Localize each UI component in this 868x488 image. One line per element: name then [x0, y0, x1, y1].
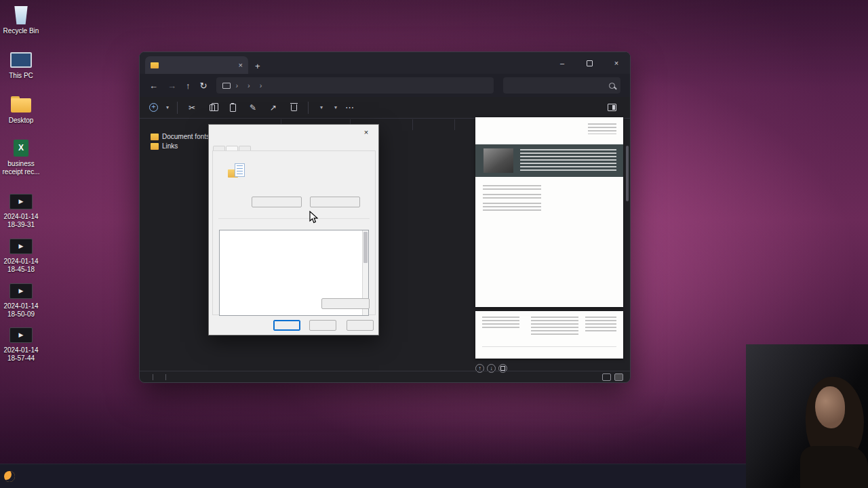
- desktop-video-2[interactable]: 2024-01-14 18-45-18: [1, 235, 41, 274]
- back-icon[interactable]: ←: [149, 81, 158, 91]
- file-type-icon: [151, 143, 159, 150]
- desktop-icon-column: Recycle Bin This PC Desktop business rec…: [1, 0, 43, 464]
- desktop-icon-art: [1, 323, 41, 345]
- folder-views-icon: [228, 163, 245, 178]
- more-options-icon[interactable]: ⋯: [345, 102, 354, 113]
- reset-folders-button[interactable]: [310, 197, 360, 207]
- forward-icon[interactable]: →: [167, 81, 176, 91]
- desktop-icon-label: Recycle Bin: [1, 27, 41, 35]
- chevron-down-icon: ▾: [320, 104, 323, 110]
- desktop-recycle-bin[interactable]: Recycle Bin: [1, 4, 41, 35]
- share-button[interactable]: ↗: [267, 102, 279, 114]
- webcam-overlay: [746, 344, 868, 488]
- weather-icon: [4, 471, 15, 482]
- apply-button[interactable]: [347, 320, 374, 331]
- file-type-icon: [151, 134, 159, 140]
- weather-widget[interactable]: [4, 464, 19, 488]
- cut-button[interactable]: ✂: [186, 102, 198, 114]
- preview-pane-icon: [608, 104, 616, 111]
- view-tab-page: [212, 150, 376, 315]
- view-button[interactable]: ▾: [331, 104, 337, 110]
- desktop-video-4[interactable]: 2024-01-14 18-57-44: [1, 323, 41, 363]
- taskbar: [0, 464, 868, 488]
- navigation-bar: ← → ↑ ↻ › › ›: [140, 74, 630, 97]
- preview-toggle[interactable]: [608, 104, 620, 111]
- status-bar: [140, 371, 630, 382]
- desktop-folder[interactable]: Desktop: [1, 94, 41, 125]
- search-icon[interactable]: [609, 83, 615, 89]
- desktop: Recycle Bin This PC Desktop business rec…: [0, 0, 868, 488]
- desktop-video-3[interactable]: 2024-01-14 18-50-09: [1, 279, 41, 319]
- chevron-icon: ›: [260, 81, 262, 89]
- sort-button[interactable]: ▾: [317, 104, 323, 110]
- scrollbar[interactable]: [626, 117, 629, 371]
- rename-button[interactable]: ✎: [247, 102, 259, 114]
- up-icon[interactable]: ↑: [186, 81, 191, 91]
- refresh-icon[interactable]: ↻: [200, 81, 208, 91]
- dialog-titlebar[interactable]: ×: [209, 125, 378, 140]
- desktop-icon-art: [1, 235, 41, 256]
- details-view-icon[interactable]: [602, 373, 611, 381]
- tab-search[interactable]: [239, 146, 251, 150]
- preview-pane: ↑ ↓: [475, 117, 623, 375]
- copy-button[interactable]: [206, 102, 218, 114]
- desktop-icon-label: Desktop: [1, 117, 41, 125]
- desktop-icon-art: [1, 279, 41, 301]
- resume-preview-page-1[interactable]: [475, 117, 623, 307]
- delete-button[interactable]: [288, 102, 300, 114]
- close-button[interactable]: ×: [603, 52, 630, 74]
- folder-options-dialog: ×: [208, 124, 379, 336]
- desktop-icon-label: 2024-01-14 18-50-09: [1, 302, 41, 319]
- person-body: [800, 446, 868, 488]
- minimize-button[interactable]: –: [549, 52, 576, 74]
- resume-preview-page-2[interactable]: [475, 311, 623, 359]
- new-button[interactable]: + ▾: [149, 103, 169, 112]
- desktop-video-1[interactable]: 2024-01-14 18-39-31: [1, 190, 41, 229]
- pc-icon: [222, 83, 231, 89]
- desktop-icon-label: 2024-01-14 18-39-31: [1, 213, 41, 229]
- folder-icon: [151, 62, 159, 68]
- person-face: [815, 386, 845, 428]
- large-icons-view-icon[interactable]: [614, 373, 623, 381]
- chevron-down-icon: ▾: [166, 104, 169, 110]
- paste-button[interactable]: [226, 102, 239, 114]
- resume-contact-lines: [588, 123, 616, 134]
- search-input[interactable]: [503, 77, 620, 94]
- resume-header-band: [475, 144, 623, 177]
- maximize-button[interactable]: [576, 52, 603, 74]
- desktop-icon-art: [1, 190, 41, 211]
- cancel-button[interactable]: [309, 320, 336, 331]
- chevron-icon: ›: [235, 81, 238, 89]
- new-tab-button[interactable]: +: [255, 61, 260, 74]
- desktop-business-receipt[interactable]: business receipt rec...: [1, 137, 41, 176]
- close-icon[interactable]: ×: [359, 128, 373, 136]
- desktop-icon-label: business receipt rec...: [1, 160, 41, 176]
- chevron-icon: ›: [248, 81, 250, 89]
- tab-general[interactable]: [213, 146, 225, 150]
- desktop-this-pc[interactable]: This PC: [1, 49, 41, 80]
- command-bar: + ▾ ✂ ✎ ↗ ▾ ▾ ⋯: [140, 97, 630, 119]
- tab-close-icon[interactable]: ×: [239, 61, 243, 69]
- chevron-down-icon: ▾: [334, 104, 337, 110]
- desktop-icon-label: 2024-01-14 18-45-18: [1, 258, 41, 274]
- address-bar[interactable]: › › ›: [216, 77, 494, 94]
- desktop-icon-label: 2024-01-14 18-57-44: [1, 346, 41, 363]
- apply-to-folders-button[interactable]: [252, 197, 302, 207]
- dialog-tabs: [213, 140, 252, 150]
- restore-defaults-button[interactable]: [321, 298, 370, 309]
- desktop-icon-art: [1, 137, 41, 159]
- desktop-icon-art: [1, 94, 41, 115]
- desktop-icon-art: [1, 49, 41, 70]
- plus-icon: +: [149, 103, 158, 112]
- titlebar[interactable]: × + – ×: [140, 52, 630, 74]
- resume-intro-lines: [520, 149, 616, 172]
- resume-photo: [484, 148, 513, 173]
- explorer-tab[interactable]: ×: [145, 56, 248, 74]
- ok-button[interactable]: [273, 320, 300, 331]
- desktop-icon-art: [1, 4, 41, 26]
- desktop-icon-label: This PC: [1, 72, 41, 80]
